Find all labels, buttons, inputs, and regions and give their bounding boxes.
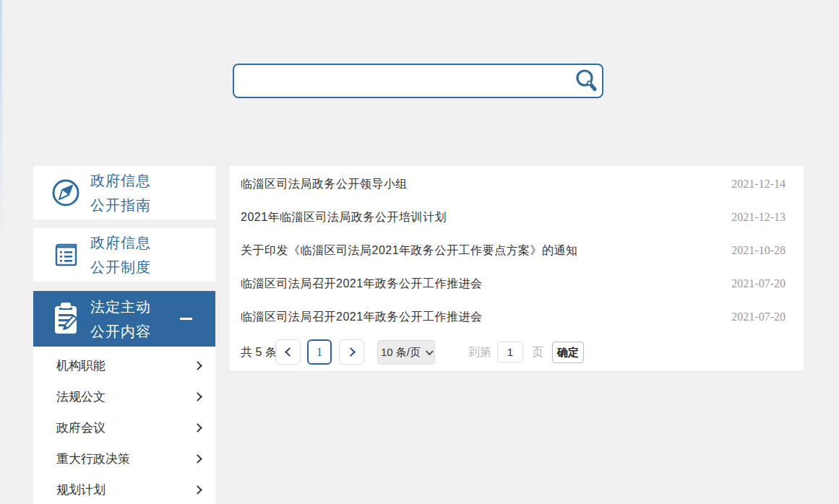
article-date: 2021-10-28 bbox=[731, 244, 786, 257]
article-title[interactable]: 临淄区司法局政务公开领导小组 bbox=[241, 177, 408, 192]
article-rows: 临淄区司法局政务公开领导小组 2021-12-14 2021年临淄区司法局政务公… bbox=[230, 168, 804, 334]
list-item[interactable]: 关于印发《临淄区司法局2021年政务公开工作要点方案》的通知 2021-10-2… bbox=[230, 234, 804, 267]
list-item[interactable]: 临淄区司法局召开2021年政务公开工作推进会 2021-07-20 bbox=[230, 267, 804, 300]
confirm-button[interactable]: 确定 bbox=[552, 342, 584, 363]
sidebar-item-label: 政府信息 公开制度 bbox=[90, 230, 151, 279]
subitem-label: 政府会议 bbox=[56, 420, 106, 436]
search-icon bbox=[573, 68, 599, 94]
prev-page-button[interactable] bbox=[275, 339, 301, 365]
subitem-label: 重大行政决策 bbox=[56, 451, 130, 467]
sidebar-submenu: 机构职能 法规公文 政府会议 重大行政决策 规划计划 bbox=[33, 347, 215, 504]
search-input[interactable] bbox=[234, 65, 570, 97]
page-size-select[interactable]: 10 条/页 bbox=[377, 340, 435, 365]
sidebar-item-system[interactable]: 政府信息 公开制度 bbox=[33, 228, 215, 282]
list-item[interactable]: 临淄区司法局召开2021年政务公开工作推进会 2021-07-20 bbox=[230, 300, 804, 334]
chevron-left-icon bbox=[285, 347, 294, 357]
goto-page-suffix-label: 页 bbox=[532, 339, 543, 365]
sidebar-subitem-planning[interactable]: 规划计划 bbox=[33, 474, 215, 504]
pagination-bar: 共 5 条 1 10 条/页 到第 页 确定 bbox=[230, 339, 804, 365]
chevron-right-icon bbox=[193, 454, 202, 464]
compass-icon bbox=[49, 174, 82, 212]
goto-page-input[interactable] bbox=[497, 342, 523, 362]
goto-page-prefix-label: 到第 bbox=[468, 339, 491, 365]
article-title[interactable]: 关于印发《临淄区司法局2021年政务公开工作要点方案》的通知 bbox=[241, 243, 578, 258]
sidebar-subitem-gov-meetings[interactable]: 政府会议 bbox=[33, 412, 215, 443]
search-button[interactable] bbox=[570, 65, 602, 97]
clipboard-pencil-icon bbox=[49, 300, 82, 338]
subitem-label: 规划计划 bbox=[56, 482, 106, 498]
next-page-button[interactable] bbox=[339, 339, 364, 365]
sidebar-subitem-org-functions[interactable]: 机构职能 bbox=[33, 350, 215, 381]
page-size-value: 10 条/页 bbox=[381, 346, 421, 360]
article-title[interactable]: 临淄区司法局召开2021年政务公开工作推进会 bbox=[241, 277, 483, 292]
sidebar-item-guide[interactable]: 政府信息 公开指南 bbox=[33, 166, 215, 220]
article-date: 2021-07-20 bbox=[731, 310, 786, 323]
subitem-label: 法规公文 bbox=[56, 388, 106, 405]
article-title[interactable]: 临淄区司法局召开2021年政务公开工作推进会 bbox=[241, 310, 483, 325]
article-title[interactable]: 2021年临淄区司法局政务公开培训计划 bbox=[241, 210, 447, 225]
ledger-document-icon bbox=[49, 236, 82, 274]
sidebar-subitem-regulations[interactable]: 法规公文 bbox=[33, 381, 215, 412]
article-list-panel: 临淄区司法局政务公开领导小组 2021-12-14 2021年临淄区司法局政务公… bbox=[230, 166, 804, 370]
collapse-minus-icon[interactable] bbox=[180, 318, 192, 320]
search-bar bbox=[233, 64, 603, 98]
chevron-right-icon bbox=[193, 485, 202, 495]
left-edge-decoration bbox=[0, 0, 2, 238]
page-number-button[interactable]: 1 bbox=[307, 339, 332, 365]
chevron-right-icon bbox=[193, 392, 202, 401]
list-item[interactable]: 2021年临淄区司法局政务公开培训计划 2021-12-13 bbox=[230, 201, 804, 234]
article-date: 2021-12-13 bbox=[731, 211, 786, 224]
total-count-label: 共 5 条 bbox=[241, 339, 277, 365]
list-item[interactable]: 临淄区司法局政务公开领导小组 2021-12-14 bbox=[230, 168, 804, 201]
chevron-right-icon bbox=[193, 423, 202, 433]
sidebar-subitem-major-decisions[interactable]: 重大行政决策 bbox=[33, 443, 215, 474]
chevron-right-icon bbox=[193, 361, 202, 370]
article-date: 2021-12-14 bbox=[731, 178, 786, 191]
sidebar-item-label: 政府信息 公开指南 bbox=[90, 168, 151, 217]
article-date: 2021-07-20 bbox=[731, 277, 786, 290]
subitem-label: 机构职能 bbox=[56, 357, 106, 374]
sidebar-item-label: 法定主动 公开内容 bbox=[90, 295, 151, 344]
chevron-right-icon bbox=[346, 347, 356, 357]
chevron-down-icon bbox=[426, 347, 434, 355]
sidebar-item-legal-disclosure-active[interactable]: 法定主动 公开内容 bbox=[33, 291, 215, 347]
